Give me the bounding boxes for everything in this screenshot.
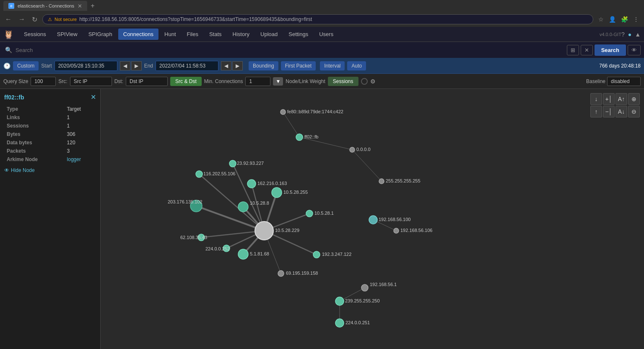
reload-button[interactable]: ↻ (30, 14, 39, 25)
node-2240251[interactable] (335, 319, 344, 327)
search-input[interactable] (16, 47, 565, 53)
start-prev-button[interactable]: ◀ (120, 61, 130, 70)
help-button[interactable]: ? (621, 31, 625, 38)
query-size-input[interactable] (31, 77, 56, 86)
node-192561[interactable] (361, 284, 368, 291)
node-label-23: 23.92.93.227 (237, 161, 264, 166)
node-1028[interactable] (272, 188, 282, 198)
nav-files[interactable]: Files (182, 29, 203, 40)
node-255[interactable] (379, 179, 384, 184)
node-1028p1[interactable] (306, 210, 313, 217)
download-graph-button[interactable]: ↓ (590, 93, 602, 105)
text-increase-button[interactable]: A↑ (615, 93, 627, 105)
browser-tab-active[interactable]: e elasticsearch - Connections ✕ (3, 1, 87, 11)
node-192100[interactable] (369, 216, 377, 224)
nav-stats[interactable]: Stats (204, 29, 227, 40)
nav-spiview[interactable]: SPIView (52, 29, 83, 40)
back-button[interactable]: ← (3, 14, 13, 25)
forward-button[interactable]: → (17, 14, 27, 25)
edge-0000-255 (352, 150, 382, 181)
node-239[interactable] (335, 297, 344, 305)
node-label-255: 255.255.255.255 (386, 178, 421, 183)
profile-button[interactable]: 👤 (607, 15, 618, 23)
interval-button[interactable]: Interval (320, 61, 345, 70)
node-label-224252: 224.0.0.252 (205, 246, 230, 251)
data-bytes-label: Data bytes (5, 139, 65, 146)
main-content: ff02::fb ✕ Type Target Links 1 Sessions … (0, 89, 644, 349)
security-icon: ⚠ (48, 17, 52, 22)
nav-users[interactable]: Users (314, 29, 338, 40)
user-button[interactable]: ▲ (635, 31, 641, 38)
bounding-button[interactable]: Bounding (249, 61, 278, 70)
zoom-reset-button[interactable]: ⊖ (628, 106, 640, 117)
nav-hunt[interactable]: Hunt (159, 29, 181, 40)
src-dst-button[interactable]: Src & Dst (170, 77, 202, 86)
end-prev-button[interactable]: ◀ (221, 61, 231, 70)
nav-items: Sessions SPIView SPIGraph Connections Hu… (19, 29, 600, 40)
nav-connections[interactable]: Connections (118, 29, 158, 40)
node-fe80[interactable] (280, 109, 286, 115)
bounding-value-button[interactable]: First Packet (281, 61, 316, 70)
start-time-input[interactable] (55, 61, 117, 71)
start-next-button[interactable]: ▶ (131, 61, 142, 70)
node-5181[interactable] (238, 249, 248, 259)
tab-close-button[interactable]: ✕ (78, 3, 82, 9)
node-label-1028229: 10.5.28.229 (275, 228, 299, 233)
hide-node-button[interactable]: 👁 Hide Node (4, 167, 96, 173)
url-text: http://192.168.56.105:8005/connections?s… (79, 16, 312, 22)
node-116[interactable] (196, 171, 203, 177)
menu-button[interactable]: ⋮ (631, 15, 641, 23)
end-next-button[interactable]: ▶ (232, 61, 243, 70)
text-decrease-button[interactable]: A↓ (615, 106, 627, 117)
src-field[interactable] (70, 77, 112, 86)
extensions-button[interactable]: 🧩 (619, 15, 630, 23)
node-69[interactable] (278, 271, 284, 276)
end-time-input[interactable] (156, 61, 218, 71)
sessions-weight-button[interactable]: Sessions (328, 77, 358, 86)
close-panel-button[interactable]: ✕ (91, 93, 96, 101)
search-clear-button[interactable]: ✕ (581, 45, 593, 55)
nav-history[interactable]: History (228, 29, 254, 40)
radio-circle[interactable] (361, 78, 368, 85)
node-1923[interactable] (313, 251, 320, 258)
node-1028229[interactable] (255, 221, 273, 240)
new-tab-button[interactable]: + (87, 2, 98, 10)
nav-spigraph[interactable]: SPIGraph (83, 29, 117, 40)
node-label-2240251: 224.0.0.251 (345, 320, 370, 325)
node-192106[interactable] (394, 228, 399, 233)
interval-value-button[interactable]: Auto (347, 61, 366, 70)
node-23[interactable] (229, 160, 236, 167)
network-graph-svg: fe80::b89d:79de:1744:c422 ff02::fb 0.0.0… (101, 89, 644, 349)
links-label: Links (5, 114, 65, 121)
zoom-in-button[interactable]: +│ (603, 93, 615, 105)
time-mode-button[interactable]: Custom (13, 61, 39, 70)
search-eye-button[interactable]: 👁 (628, 45, 641, 55)
min-connections-input[interactable] (245, 77, 270, 86)
node-0000[interactable] (350, 147, 355, 152)
node-162[interactable] (247, 180, 256, 188)
node-1028b[interactable] (238, 202, 248, 212)
bookmark-button[interactable]: ☆ (597, 15, 605, 23)
browser-action-buttons: ☆ 👤 🧩 ⋮ (597, 15, 641, 23)
dst-field[interactable] (126, 77, 168, 86)
nav-upload[interactable]: Upload (255, 29, 283, 40)
upload-graph-button[interactable]: ↑ (590, 106, 602, 117)
nav-sessions[interactable]: Sessions (19, 29, 51, 40)
node-label-203: 203.176.135.102 (168, 199, 203, 204)
node-label-116: 116.202.55.106 (203, 171, 235, 176)
zoom-fit-button[interactable]: ⊕ (628, 93, 640, 105)
hide-node-label: Hide Node (11, 167, 35, 173)
node-link-weight-label: Node/Link Weight (286, 78, 325, 84)
nav-settings[interactable]: Settings (283, 29, 313, 40)
zoom-out-button[interactable]: −│ (603, 106, 615, 117)
gear-icon[interactable]: ⚙ (370, 78, 376, 85)
min-connections-btn[interactable]: ▼ (273, 77, 283, 86)
address-bar[interactable]: ⚠ Not secure http://192.168.56.105:8005/… (42, 14, 593, 24)
notification-button[interactable]: ● (628, 31, 631, 38)
search-options-button[interactable]: ⊞ (567, 45, 579, 55)
sessions-value: 1 (65, 122, 95, 130)
search-button[interactable]: Search (595, 44, 626, 56)
node-label-1028b: 10.5.28.8 (250, 201, 269, 206)
node-ff02fb[interactable] (296, 134, 303, 141)
baseline-input[interactable] (607, 77, 641, 86)
